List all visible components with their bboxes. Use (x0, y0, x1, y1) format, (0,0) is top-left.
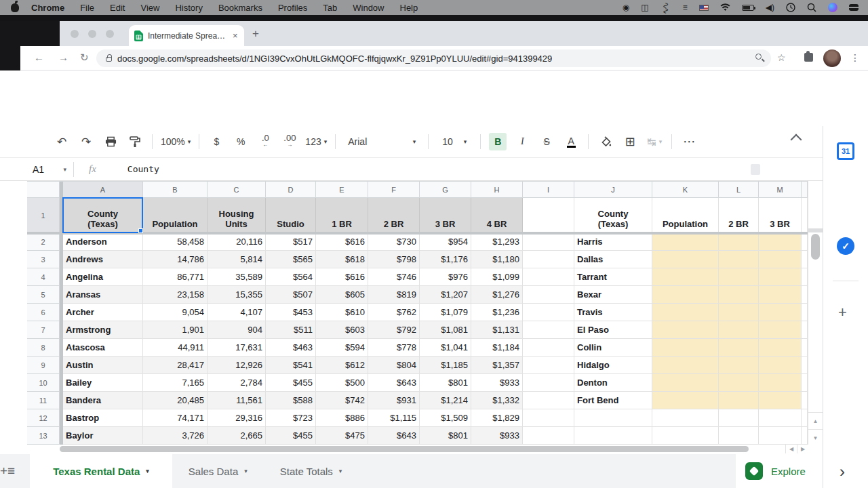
control-center-icon[interactable] (849, 4, 859, 11)
formula-bar-handle[interactable] (751, 164, 760, 175)
column-header-L[interactable]: L (719, 182, 759, 198)
column-header-B[interactable]: B (143, 182, 208, 198)
paint-format-button[interactable] (126, 133, 144, 150)
borders-button[interactable]: ⊞ (621, 133, 639, 150)
cell-I9[interactable] (523, 357, 574, 374)
row-header-10[interactable]: 10 (27, 374, 60, 392)
cell-L4[interactable] (719, 268, 759, 286)
cell-F1[interactable]: 2 BR (368, 198, 420, 233)
cell-G4[interactable]: $976 (420, 268, 471, 286)
cell-K6[interactable] (652, 304, 719, 321)
window-close-button[interactable] (71, 30, 79, 38)
cell-F11[interactable]: $931 (368, 392, 420, 409)
menubar-item-edit[interactable]: Edit (110, 3, 125, 13)
cell-G5[interactable]: $1,207 (420, 286, 471, 304)
increase-decimals-button[interactable]: .00→ (281, 133, 298, 150)
cell-C4[interactable]: 35,589 (208, 268, 266, 286)
number-format-button[interactable]: 123▾ (305, 133, 327, 150)
cell-I12[interactable] (523, 409, 574, 427)
cell-H12[interactable]: $1,829 (471, 409, 523, 427)
cell-J7[interactable]: El Paso (574, 321, 652, 339)
forward-button[interactable]: → (58, 52, 68, 63)
cell-I10[interactable] (523, 374, 574, 392)
row-header-1[interactable]: 1 (27, 198, 60, 233)
cell-A5[interactable]: Aransas (63, 286, 143, 304)
cell-L8[interactable] (719, 339, 759, 357)
cell-A4[interactable]: Angelina (63, 268, 143, 286)
cell-A12[interactable]: Bastrop (63, 409, 143, 427)
more-toolbar-button[interactable]: ⋯ (680, 133, 698, 150)
format-percent-button[interactable]: % (232, 133, 250, 150)
cell-C11[interactable]: 11,561 (208, 392, 266, 409)
cell-I2[interactable] (523, 233, 574, 251)
cell-H13[interactable]: $933 (471, 427, 523, 445)
row-header-12[interactable]: 12 (27, 409, 60, 427)
cell-A10[interactable]: Bailey (63, 374, 143, 392)
cell-J8[interactable]: Collin (574, 339, 652, 357)
new-tab-button[interactable]: + (252, 27, 259, 41)
horizontal-scroll-thumb[interactable] (60, 446, 749, 452)
cell-H1[interactable]: 4 BR (471, 198, 523, 233)
row-header-6[interactable]: 6 (27, 304, 60, 321)
cell-G1[interactable]: 3 BR (420, 198, 471, 233)
apple-menu-icon[interactable] (11, 3, 19, 12)
cell-D12[interactable]: $723 (266, 409, 316, 427)
sheet-tab-state-totals[interactable]: State Totals▾ (264, 454, 359, 488)
cell-J5[interactable]: Bexar (574, 286, 652, 304)
row-header-3[interactable]: 3 (27, 251, 60, 268)
menubar-item-profiles[interactable]: Profiles (278, 3, 307, 13)
cell-K7[interactable] (652, 321, 719, 339)
cell-F10[interactable]: $643 (368, 374, 420, 392)
cell-L12[interactable] (719, 409, 759, 427)
add-addons-icon[interactable]: + (838, 304, 847, 321)
collapse-toolbar-icon[interactable] (791, 134, 802, 146)
cell-E10[interactable]: $500 (316, 374, 368, 392)
menubar-item-chrome[interactable]: Chrome (31, 3, 64, 13)
cell-K10[interactable] (652, 374, 719, 392)
cell-A3[interactable]: Andrews (63, 251, 143, 268)
cell-B11[interactable]: 20,485 (143, 392, 208, 409)
cell-J6[interactable]: Travis (574, 304, 652, 321)
cell-E13[interactable]: $475 (316, 427, 368, 445)
list-icon[interactable]: ≡ (683, 3, 688, 12)
menubar-item-file[interactable]: File (80, 3, 94, 13)
cell-E11[interactable]: $742 (316, 392, 368, 409)
sheet-tab-caret-icon[interactable]: ▾ (146, 468, 149, 474)
column-header-E[interactable]: E (316, 182, 368, 198)
cell-C1[interactable]: Housing Units (208, 198, 266, 233)
cell-K13[interactable] (652, 427, 719, 445)
font-size-select[interactable]: 10▾ (437, 133, 472, 150)
cell-E2[interactable]: $616 (316, 233, 368, 251)
sheet-tab-texas-rental-data[interactable]: Texas Rental Data▾ (30, 454, 172, 488)
menubar-item-bookmarks[interactable]: Bookmarks (218, 3, 262, 13)
cell-L13[interactable] (719, 427, 759, 445)
window-zoom-button[interactable] (106, 30, 114, 38)
cell-G6[interactable]: $1,079 (420, 304, 471, 321)
row-header-13[interactable]: 13 (27, 427, 60, 445)
cell-C6[interactable]: 4,107 (208, 304, 266, 321)
row-header-2[interactable]: 2 (27, 233, 60, 251)
cell-E5[interactable]: $605 (316, 286, 368, 304)
tab-close-icon[interactable]: × (233, 30, 238, 41)
collapse-panel-icon[interactable]: › (840, 462, 845, 481)
cell-D5[interactable]: $507 (266, 286, 316, 304)
record-icon[interactable]: ◉ (623, 3, 629, 12)
cell-G10[interactable]: $801 (420, 374, 471, 392)
cell-K5[interactable] (652, 286, 719, 304)
row-header-7[interactable]: 7 (27, 321, 60, 339)
cell-C2[interactable]: 20,116 (208, 233, 266, 251)
scroll-down-button[interactable]: ▼ (808, 429, 823, 446)
google-calendar-icon[interactable]: 31 (837, 142, 854, 160)
cell-K1[interactable]: Population (652, 198, 719, 233)
cell-H2[interactable]: $1,293 (471, 233, 523, 251)
wifi-icon[interactable] (720, 3, 730, 12)
cell-G9[interactable]: $1,185 (420, 357, 471, 374)
row-header-8[interactable]: 8 (27, 339, 60, 357)
column-header-A[interactable]: A (63, 182, 143, 198)
cell-F8[interactable]: $778 (368, 339, 420, 357)
window-minimize-button[interactable] (88, 30, 96, 38)
row-header-5[interactable]: 5 (27, 286, 60, 304)
cell-M11[interactable] (759, 392, 802, 409)
cell-K11[interactable] (652, 392, 719, 409)
cell-M13[interactable] (759, 427, 802, 445)
